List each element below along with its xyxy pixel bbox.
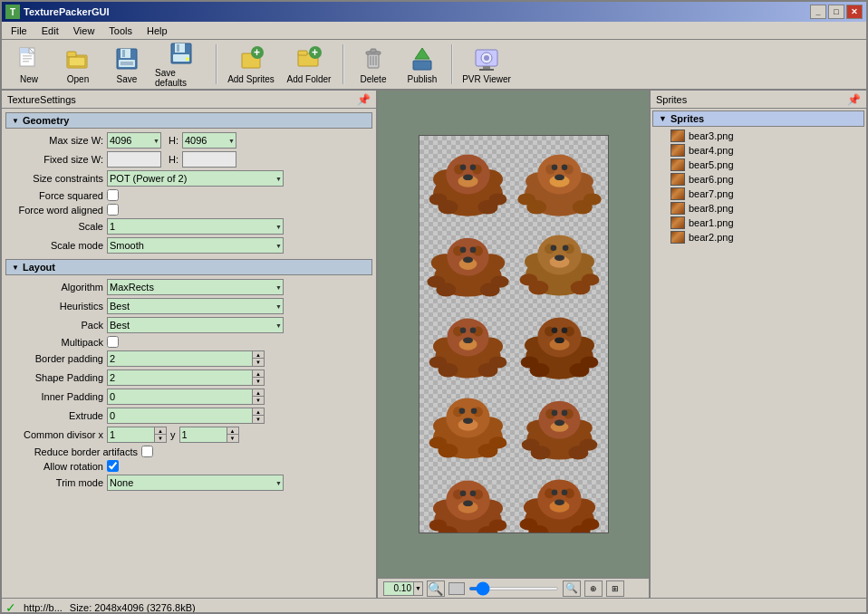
algorithm-select[interactable]: MaxRects — [107, 279, 284, 295]
common-divisor-x-down[interactable]: ▼ — [155, 435, 166, 442]
svg-rect-36 — [483, 66, 490, 69]
publish-button[interactable]: Publish — [399, 42, 446, 87]
max-size-h-select[interactable]: 4096 — [182, 132, 236, 149]
svg-rect-15 — [177, 44, 179, 52]
algorithm-wrapper: MaxRects — [107, 279, 284, 295]
trim-mode-select[interactable]: None — [107, 475, 284, 491]
save-button[interactable]: Save — [103, 42, 150, 87]
inner-padding-row: Inner Padding ▲ ▼ — [5, 389, 372, 405]
svg-point-65 — [583, 193, 601, 205]
layout-section-header[interactable]: ▼ Layout — [5, 259, 372, 275]
force-word-aligned-checkbox[interactable] — [107, 204, 119, 216]
add-folder-label: Add Folder — [287, 74, 332, 84]
svg-point-87 — [550, 245, 556, 251]
inner-padding-arrows: ▲ ▼ — [252, 389, 265, 405]
save-defaults-button[interactable]: * Save defaults — [152, 42, 210, 87]
zoom-in-button[interactable]: 🔍 — [563, 580, 581, 597]
geometry-section-header[interactable]: ▼ Geometry — [5, 112, 372, 129]
sprite-item-bear4[interactable]: bear4.png — [652, 143, 864, 158]
shape-padding-input[interactable] — [107, 369, 252, 386]
reduce-border-artifacts-checkbox[interactable] — [141, 446, 153, 457]
border-padding-up[interactable]: ▲ — [253, 351, 264, 359]
inner-padding-input[interactable] — [107, 389, 252, 405]
sprite-item-bear3[interactable]: bear3.png — [652, 129, 864, 143]
scale-select[interactable]: 1 — [107, 218, 284, 235]
shape-padding-arrows: ▲ ▼ — [252, 369, 265, 386]
fixed-size-h-input[interactable] — [182, 151, 236, 168]
menu-file[interactable]: File — [4, 24, 34, 38]
heuristics-select[interactable]: Best — [107, 298, 284, 314]
common-divisor-y-input[interactable] — [179, 427, 227, 443]
add-folder-button[interactable]: + Add Folder — [281, 42, 337, 87]
sprites-tree-arrow: ▼ — [659, 114, 667, 123]
sprite-item-bear2[interactable]: bear2.png — [652, 230, 864, 245]
fixed-size-w-input[interactable] — [107, 151, 161, 168]
svg-point-143 — [551, 410, 557, 417]
open-button[interactable]: Open — [54, 42, 101, 87]
size-constraints-select[interactable]: POT (Power of 2) — [107, 170, 284, 187]
sprite-item-bear8[interactable]: bear8.png — [652, 201, 864, 216]
max-size-w-select[interactable]: 4096 — [107, 132, 161, 149]
maximize-button[interactable]: □ — [828, 5, 844, 19]
inner-padding-up[interactable]: ▲ — [253, 389, 264, 397]
extrude-down[interactable]: ▼ — [253, 416, 264, 423]
settings-scroll[interactable]: ▼ Geometry Max size W: 4096 H: 4096 — [2, 109, 376, 598]
add-sprites-button[interactable]: + Add Sprites — [223, 42, 279, 87]
common-divisor-y-down[interactable]: ▼ — [227, 435, 238, 442]
menu-help[interactable]: Help — [140, 24, 175, 38]
zoom-slider[interactable] — [468, 587, 559, 590]
sprite-item-bear7[interactable]: bear7.png — [652, 187, 864, 201]
svg-rect-6 — [67, 52, 76, 57]
svg-point-162 — [429, 519, 447, 531]
menu-bar: File Edit View Tools Help — [2, 22, 866, 40]
new-button[interactable]: New — [5, 42, 53, 87]
pvr-viewer-button[interactable]: PVR Viewer — [458, 42, 515, 87]
border-padding-down[interactable]: ▼ — [253, 359, 264, 366]
bear-cell-5 — [423, 302, 513, 382]
svg-point-89 — [555, 254, 564, 261]
svg-point-107 — [488, 356, 506, 368]
svg-rect-7 — [69, 57, 85, 66]
common-divisor-label: Common divisor x — [7, 429, 107, 440]
sprite-item-bear1[interactable]: bear1.png — [652, 216, 864, 230]
force-squared-checkbox[interactable] — [107, 189, 119, 201]
zoom-out-button[interactable]: 🔍 — [427, 580, 445, 597]
border-padding-input[interactable] — [107, 350, 252, 367]
svg-point-35 — [484, 55, 489, 61]
border-padding-row: Border padding ▲ ▼ — [5, 350, 372, 367]
zoom-fit-button[interactable] — [448, 582, 465, 595]
status-url: http://b... — [24, 602, 63, 613]
shape-padding-up[interactable]: ▲ — [253, 370, 264, 378]
zoom-value-input[interactable] — [384, 582, 413, 595]
preview-canvas — [419, 135, 609, 533]
menu-tools[interactable]: Tools — [101, 24, 140, 38]
sprite-item-bear6[interactable]: bear6.png — [652, 172, 864, 187]
new-icon — [14, 44, 43, 72]
sprite-item-bear5[interactable]: bear5.png — [652, 158, 864, 172]
menu-view[interactable]: View — [66, 24, 102, 38]
scale-mode-select[interactable]: Smooth — [107, 237, 284, 254]
extrude-up[interactable]: ▲ — [253, 408, 264, 416]
close-button[interactable]: ✕ — [846, 5, 863, 19]
zoom-down-arrow[interactable]: ▼ — [413, 582, 422, 595]
delete-button[interactable]: Delete — [350, 42, 397, 87]
sprites-tree-header: ▼ Sprites — [652, 110, 864, 127]
algorithm-label: Algorithm — [7, 282, 107, 293]
scale-row: Scale 1 — [5, 218, 372, 235]
shape-padding-down[interactable]: ▼ — [253, 378, 264, 385]
pack-select[interactable]: Best — [107, 317, 284, 333]
common-divisor-x-up[interactable]: ▲ — [155, 427, 166, 435]
open-label: Open — [67, 74, 89, 84]
svg-point-93 — [581, 273, 599, 285]
common-divisor-x-input[interactable] — [107, 427, 154, 443]
toolbar: New Open Save — [2, 40, 866, 91]
zoom-fit-all-button[interactable]: ⊞ — [606, 580, 624, 597]
inner-padding-down[interactable]: ▼ — [253, 397, 264, 404]
multipack-checkbox[interactable] — [107, 336, 119, 348]
minimize-button[interactable]: _ — [810, 5, 826, 19]
zoom-reset-button[interactable]: ⊕ — [584, 580, 603, 597]
menu-edit[interactable]: Edit — [34, 24, 66, 38]
common-divisor-y-up[interactable]: ▲ — [227, 427, 238, 435]
allow-rotation-checkbox[interactable] — [107, 460, 119, 472]
extrude-input[interactable] — [107, 408, 252, 424]
